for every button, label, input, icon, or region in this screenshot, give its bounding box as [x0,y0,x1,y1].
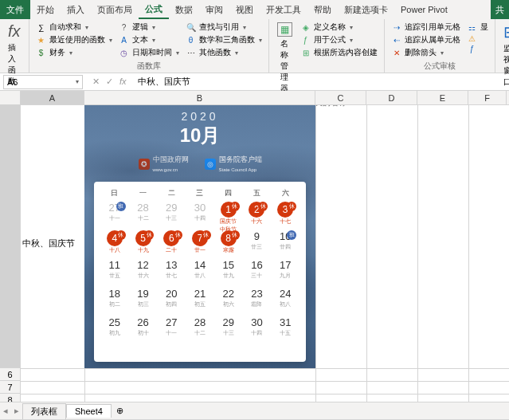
chevron-down-icon: ▾ [85,24,88,31]
menu-view[interactable]: 视图 [229,0,260,19]
show-formulas-button[interactable]: ⚏显 [464,21,491,33]
name-box[interactable]: A6 ▾ [3,75,83,89]
weekday-header: 二 [157,188,186,198]
evaluate-button[interactable]: ƒ [464,44,491,54]
menu-newtab[interactable]: 新建选项卡 [338,0,394,19]
calendar-day: 21初五 [186,288,214,316]
calendar-day: 27十一 [157,316,186,345]
weekday-header: 四 [214,188,243,198]
menu-data[interactable]: 数据 [169,0,199,19]
trace-precedents-button[interactable]: ⇢追踪引用单元格 [388,21,464,33]
calendar-day: 28十二 [186,316,214,345]
rest-badge: 休 [144,230,154,240]
col-header-F[interactable]: F [468,91,507,104]
calendar-day: 15廿九 [214,259,243,288]
menu-insert[interactable]: 插入 [61,0,91,19]
lookup-button[interactable]: 🔍查找与引用▾ [182,21,265,33]
more-icon: ⋯ [186,49,197,57]
datetime-button[interactable]: ◷日期和时间▾ [116,46,182,59]
recent-functions-button[interactable]: ★最近使用的函数▾ [33,33,116,46]
menu-powerpivot[interactable]: Power Pivot [394,0,454,19]
calendar-day: 3十七休 [271,202,300,230]
menu-review[interactable]: 审阅 [199,0,229,19]
ribbon: fx 插入函数 ∑自动求和▾ ★最近使用的函数▾ $财务▾ ?逻辑▾ A文本▾ … [0,19,509,73]
rest-badge: 休 [287,202,296,211]
math-button[interactable]: θ数学和三角函数▾ [182,33,265,46]
col-header-C[interactable]: C [315,91,366,104]
calendar-day: 22初六 [214,288,243,316]
logical-button[interactable]: ?逻辑▾ [116,21,182,33]
clock-icon: ◷ [119,49,130,57]
menu-devtools[interactable]: 开发工具 [260,0,307,19]
other-functions-button[interactable]: ⋯其他函数▾ [182,46,265,59]
menu-layout[interactable]: 页面布局 [91,0,139,19]
cancel-formula-icon[interactable]: ✕ [92,77,100,87]
menu-formulas[interactable]: 公式 [139,0,169,19]
formula-bar[interactable]: 中秋、国庆节 [133,76,509,88]
menu-help[interactable]: 帮助 [307,0,338,19]
financial-button[interactable]: $财务▾ [33,46,116,59]
calendar-image[interactable]: 2020 10月 ✪ 中国政府网www.gov.cn ◎ 国务院客户端State… [84,105,315,368]
remove-icon: ✕ [391,49,402,57]
create-from-selection-button[interactable]: ⊞根据所选内容创建 [297,46,381,59]
row-header-6[interactable]: 6 [0,368,21,381]
calendar-day: 18初二 [100,288,129,316]
accept-formula-icon[interactable]: ✓ [106,77,113,87]
calendar-day: 25初九 [100,316,129,345]
calendar-day: 30十四 [243,316,272,345]
calendar-day: 30十四 [186,202,214,230]
menu-file[interactable]: 文件 [0,0,30,19]
use-in-formula-button[interactable]: ƒ用于公式▾ [297,33,381,46]
tab-last-icon[interactable]: ▸ [11,406,22,416]
formula-auditing-label: 公式审核 [388,59,491,72]
calendar-day: 14廿八 [186,259,214,288]
trace-dependents-button[interactable]: ⇠追踪从属单元格 [388,33,464,46]
weekday-header: 一 [129,188,158,198]
menu-home[interactable]: 开始 [30,0,61,19]
row-header-7[interactable]: 7 [0,381,21,394]
sheet-tabs: ◂ ▸ 列表框 Sheet4 ⊕ [0,402,509,419]
row-header-5[interactable] [0,105,21,368]
chevron-down-icon[interactable]: ▾ [76,78,79,85]
tag-icon: ◈ [300,23,311,32]
remove-arrows-button[interactable]: ✕删除箭头▾ [388,46,464,59]
trace-dep-icon: ⇠ [391,36,402,45]
col-header-B[interactable]: B [84,91,315,104]
menu-share[interactable]: 共 [491,0,509,19]
autosum-button[interactable]: ∑自动求和▾ [33,21,116,33]
col-header-E[interactable]: E [417,91,468,104]
calendar-day: 12廿六 [129,259,158,288]
col-header-A[interactable]: A [21,91,84,104]
calendar-day: 19初三 [129,288,158,316]
calendar-day: 8寒露休 [214,230,243,259]
fx-icon[interactable]: fx [119,77,127,87]
work-badge: 班 [116,202,126,211]
calendar-day: 24初八 [271,288,300,316]
financial-icon: $ [36,49,47,57]
calendar-day: 29十三 [157,202,186,230]
formula-icon: ƒ [300,36,311,45]
define-name-button[interactable]: ◈定义名称▾ [297,21,381,33]
tab-sheet1[interactable]: 列表框 [22,403,66,419]
worksheet[interactable]: A B C D E F 6 7 8 中秋、国庆节 2020 10月 ✪ [0,91,509,402]
calendar-day: 10廿四班 [271,230,300,259]
show-icon: ⚏ [467,23,478,32]
weekday-header: 日 [100,188,129,198]
name-manager-icon: ▦ [277,22,292,37]
row-header-8[interactable]: 8 [0,394,21,402]
calendar-day: 11廿五 [100,259,129,288]
calendar-day: 28十二 [129,202,158,230]
error-check-button[interactable]: ⚠ [464,33,491,44]
calendar-day: 6二十休 [157,230,186,259]
cell-A6[interactable]: 中秋、国庆节 [21,236,84,251]
tab-first-icon[interactable]: ◂ [0,406,11,416]
select-all-corner[interactable] [0,91,21,104]
weekday-header: 三 [186,188,214,198]
tab-sheet2[interactable]: Sheet4 [66,404,112,418]
add-sheet-icon[interactable]: ⊕ [112,406,128,416]
recent-icon: ★ [36,36,47,45]
text-button[interactable]: A文本▾ [116,33,182,46]
selection-icon: ⊞ [300,49,311,57]
calendar-day: 16三十 [243,259,272,288]
col-header-D[interactable]: D [366,91,417,104]
